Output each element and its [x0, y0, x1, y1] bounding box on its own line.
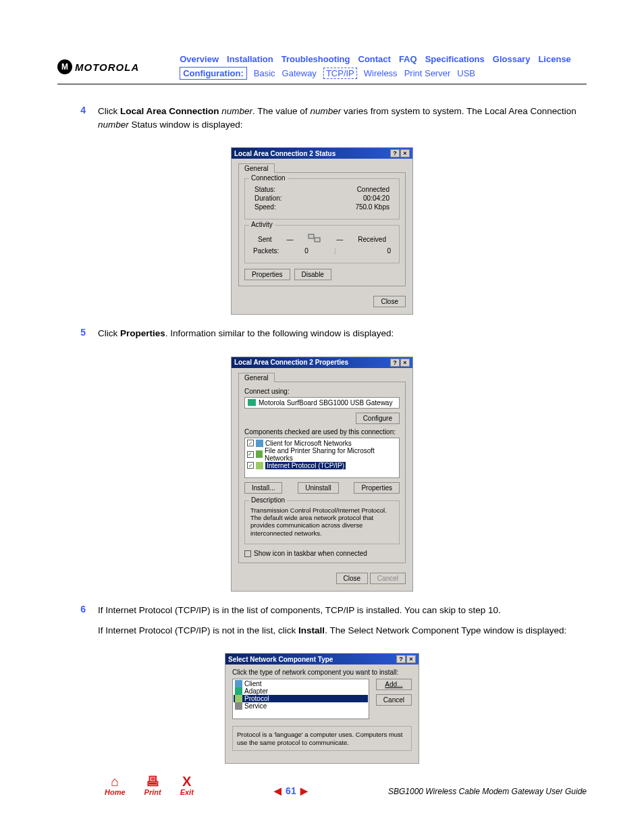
list-item: Adapter: [234, 687, 368, 695]
components-listbox[interactable]: ✓Client for Microsoft Networks ✓File and…: [244, 438, 400, 478]
adapter-name: Motorola SurfBoard SBG1000 USB Gateway: [259, 399, 392, 407]
step-4: 4 Click Local Area Connection number. Th…: [76, 105, 587, 138]
group-label: Activity: [249, 221, 275, 228]
t: varies from system to system. The Local …: [341, 106, 576, 116]
list-item: ✓Internet Protocol (TCP/IP): [246, 462, 398, 469]
svg-rect-0: [308, 234, 314, 238]
component-type-listbox[interactable]: Client Adapter Protocol Service: [232, 679, 369, 719]
packets-received: 0: [336, 247, 391, 255]
nav-printserver[interactable]: Print Server: [404, 68, 451, 78]
help-icon[interactable]: ?: [390, 359, 400, 367]
properties-button[interactable]: Properties: [244, 269, 290, 280]
cancel-button[interactable]: Cancel: [376, 694, 412, 706]
protocol-icon: [235, 695, 242, 702]
group-description: Protocol is a 'language' a computer uses…: [232, 726, 412, 751]
list-item: Service: [234, 702, 368, 710]
step-number: 5: [76, 327, 86, 347]
t: number: [219, 106, 253, 116]
group-label: Connection: [249, 174, 288, 182]
nav-installation[interactable]: Installation: [227, 54, 273, 64]
close-button[interactable]: Close: [336, 573, 369, 584]
properties-button[interactable]: Properties: [354, 482, 400, 494]
print-icon: 🖶: [144, 775, 161, 788]
step-5: 5 Click Properties. Information similar …: [76, 327, 587, 347]
t: number: [310, 106, 341, 116]
next-page-arrow-icon[interactable]: ▶: [300, 785, 308, 796]
close-icon[interactable]: ×: [400, 149, 410, 157]
received-label: Received: [358, 236, 386, 243]
group-description: Description Transmission Control Protoco…: [244, 500, 400, 545]
print-button[interactable]: 🖶 Print: [144, 775, 161, 796]
nav-overview[interactable]: Overview: [180, 54, 219, 64]
titlebar: Local Area Connection 2 Properties ? ×: [232, 357, 412, 368]
dialog-lan-status: Local Area Connection 2 Status ? × Gener…: [231, 147, 413, 315]
add-button[interactable]: Add...: [376, 679, 412, 690]
prev-page-arrow-icon[interactable]: ◀: [274, 785, 281, 796]
group-label: Description: [249, 496, 287, 504]
disable-button[interactable]: Disable: [294, 269, 331, 280]
nav-contact[interactable]: Contact: [358, 54, 391, 64]
nav-usb[interactable]: USB: [457, 68, 475, 78]
client-icon: [235, 680, 242, 687]
duration-label: Duration:: [254, 194, 282, 202]
help-icon[interactable]: ?: [390, 149, 400, 157]
step-number: 4: [76, 105, 86, 138]
nav-row-primary: Overview Installation Troubleshooting Co…: [153, 54, 587, 64]
nav-basic[interactable]: Basic: [254, 68, 275, 78]
t: Properties: [120, 328, 165, 338]
t: Click: [98, 328, 120, 338]
label: Home: [105, 788, 126, 796]
page-footer: ⌂ Home 🖶 Print X Exit ◀ 61 ▶ SBG1000 Wir…: [57, 775, 587, 796]
home-button[interactable]: ⌂ Home: [105, 775, 126, 796]
show-icon-checkbox[interactable]: Show icon in taskbar when connected: [244, 550, 400, 557]
list-item: Protocol: [234, 695, 368, 702]
svg-rect-1: [315, 238, 320, 242]
nav-faq[interactable]: FAQ: [399, 54, 417, 64]
dialog-lan-properties: Local Area Connection 2 Properties ? × G…: [231, 357, 413, 592]
nav-gateway[interactable]: Gateway: [282, 68, 317, 78]
tab-general[interactable]: General: [238, 373, 275, 382]
step-6: 6 If Internet Protocol (TCP/IP) is in th…: [76, 604, 587, 644]
list-item: ✓File and Printer Sharing for Microsoft …: [246, 447, 398, 462]
group-connection: Connection Status:Connected Duration:00:…: [244, 178, 400, 219]
dialog-title: Local Area Connection 2 Status: [234, 150, 390, 157]
nav-license[interactable]: License: [538, 54, 570, 64]
dialog-select-component-type: Select Network Component Type ? × Click …: [225, 653, 419, 764]
nav-wireless[interactable]: Wireless: [364, 68, 398, 78]
t: If Internet Protocol (TCP/IP) is in the …: [98, 604, 587, 617]
packets-sent: 0: [279, 247, 334, 255]
step-text: Click Properties. Information similar to…: [98, 327, 587, 347]
list-item: ✓Client for Microsoft Networks: [246, 440, 398, 447]
nav-row-secondary: Configuration: Basic Gateway TCP/IP Wire…: [153, 67, 587, 80]
step-number: 6: [76, 604, 86, 644]
nav-glossary[interactable]: Glossary: [493, 54, 531, 64]
nav-tcpip[interactable]: TCP/IP: [323, 68, 357, 79]
titlebar: Local Area Connection 2 Status ? ×: [232, 148, 412, 159]
t: Local Area Connection: [120, 106, 219, 116]
nav-troubleshooting[interactable]: Troubleshooting: [281, 54, 350, 64]
t: Click: [98, 106, 120, 116]
nav-specifications[interactable]: Specifications: [425, 54, 485, 64]
adapter-icon: [235, 687, 242, 695]
step-text: Click Local Area Connection number. The …: [98, 105, 587, 138]
close-button[interactable]: Close: [373, 296, 406, 307]
checkbox-icon: [244, 550, 251, 557]
exit-button[interactable]: X Exit: [180, 775, 194, 796]
nic-icon: [248, 399, 256, 406]
tab-general[interactable]: General: [238, 163, 275, 173]
description-text: Transmission Control Protocol/Internet P…: [250, 506, 394, 538]
close-icon[interactable]: ×: [406, 655, 416, 663]
brand-logo: M MOTOROLA: [57, 59, 139, 74]
service-icon: [235, 702, 242, 710]
close-icon[interactable]: ×: [400, 359, 410, 367]
help-icon[interactable]: ?: [396, 655, 406, 663]
motorola-batwing-icon: M: [57, 59, 72, 74]
uninstall-button[interactable]: Uninstall: [298, 482, 338, 494]
adapter-field: Motorola SurfBoard SBG1000 USB Gateway: [244, 397, 400, 409]
install-button[interactable]: Install...: [244, 482, 282, 494]
home-icon: ⌂: [105, 775, 126, 788]
description-text: Protocol is a 'language' a computer uses…: [237, 731, 407, 746]
configure-button[interactable]: Configure: [356, 413, 400, 424]
cancel-button: Cancel: [370, 573, 406, 584]
dialog-title: Select Network Component Type: [228, 656, 396, 663]
